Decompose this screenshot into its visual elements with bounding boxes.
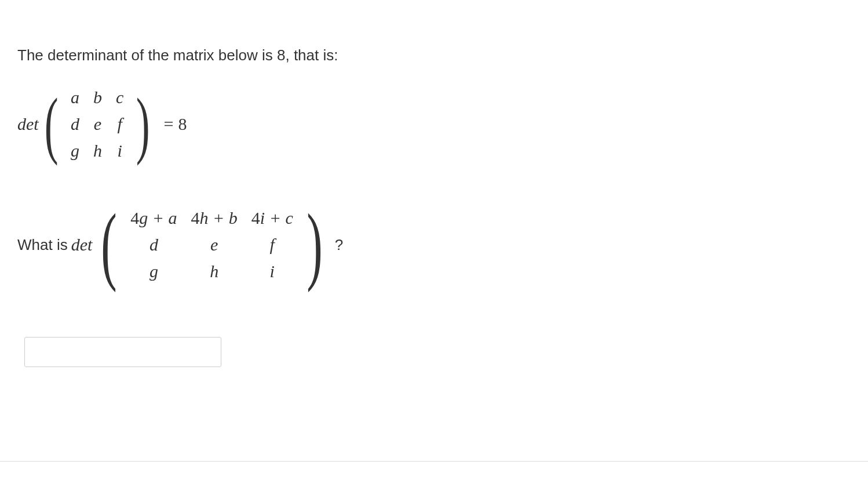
matrix-cell: a <box>64 84 86 111</box>
given-matrix: a b c d e f g h i <box>64 84 130 164</box>
det-label: det <box>17 114 39 134</box>
question-page: The determinant of the matrix below is 8… <box>0 0 868 479</box>
matrix-cell: h <box>184 258 245 285</box>
matrix-cell: c <box>109 84 130 111</box>
table-row: 4g + a 4h + b 4i + c <box>123 205 300 231</box>
det-label: det <box>71 235 93 255</box>
question-line: What is det ( 4g + a 4h + b 4i + c d e f… <box>17 205 851 285</box>
matrix-cell: f <box>109 111 130 137</box>
question-suffix: ? <box>335 236 343 254</box>
matrix-cell: d <box>64 111 86 137</box>
table-row: d e f <box>64 111 130 137</box>
matrix-cell: 4i + c <box>245 205 300 231</box>
table-row: d e f <box>123 231 300 258</box>
matrix-cell: i <box>245 258 300 285</box>
matrix-cell: i <box>109 137 130 164</box>
table-row: g h i <box>64 137 130 164</box>
left-paren-icon: ( <box>44 92 58 157</box>
table-row: g h i <box>123 258 300 285</box>
table-row: a b c <box>64 84 130 111</box>
answer-input[interactable] <box>24 337 221 367</box>
matrix-cell: g <box>123 258 184 285</box>
prompt-text: The determinant of the matrix below is 8… <box>17 46 851 64</box>
divider <box>0 461 868 462</box>
right-paren-icon: ) <box>307 208 322 282</box>
matrix-cell: e <box>86 111 109 137</box>
matrix-cell: f <box>245 231 300 258</box>
equals-sign: = <box>164 114 174 134</box>
given-determinant-equation: det ( a b c d e f g h i <box>17 84 851 164</box>
matrix-cell: e <box>184 231 245 258</box>
matrix-cell: h <box>86 137 109 164</box>
question-prefix: What is <box>17 236 68 254</box>
matrix-cell: 4h + b <box>184 205 245 231</box>
matrix-cell: d <box>123 231 184 258</box>
right-paren-icon: ) <box>136 92 150 157</box>
matrix-cell: b <box>86 84 109 111</box>
det-value: 8 <box>178 114 187 134</box>
matrix-cell: g <box>64 137 86 164</box>
matrix-cell: 4g + a <box>123 205 184 231</box>
left-paren-icon: ( <box>101 208 117 282</box>
question-matrix: 4g + a 4h + b 4i + c d e f g h i <box>123 205 300 285</box>
